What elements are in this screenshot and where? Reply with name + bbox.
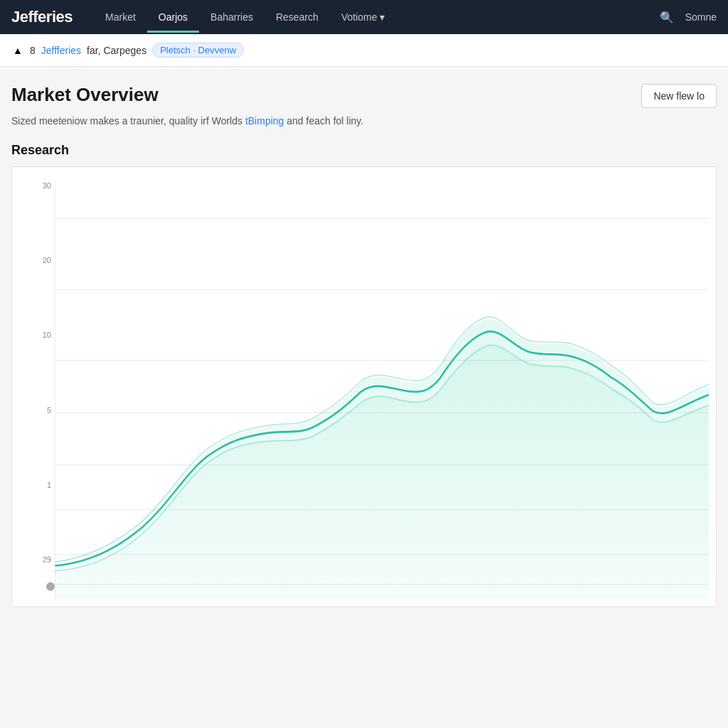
nav-items: Market Oarjos Baharries Research Votiome… [94, 1, 660, 33]
nav-item-oarjos[interactable]: Oarjos [147, 1, 199, 33]
breadcrumb-icon: ▲ [11, 44, 24, 57]
breadcrumb-text: far, Carpeges [87, 45, 146, 56]
nav-item-votiome[interactable]: Votiome ▾ [330, 1, 397, 33]
nav-item-baharries[interactable]: Baharries [199, 1, 264, 33]
new-button[interactable]: New flew lo [641, 84, 717, 108]
y-label-20: 20 [43, 256, 51, 264]
nav-right: 🔍 Somne [660, 11, 717, 24]
chart-svg [55, 181, 709, 599]
main-content: Market Overview New flew lo Sized meeten… [0, 67, 728, 607]
highlight-text: tBimping [245, 115, 284, 127]
y-label-5: 5 [47, 406, 51, 414]
breadcrumb-badge: Pletsch · Devvenw [152, 43, 244, 58]
page-title: Market Overview [11, 84, 159, 106]
user-label[interactable]: Somne [685, 11, 717, 23]
chart-dot-indicator [46, 582, 55, 591]
chevron-down-icon: ▾ [380, 11, 385, 23]
page-header: Market Overview New flew lo [11, 84, 717, 108]
nav-item-market[interactable]: Market [94, 1, 147, 33]
y-label-10: 10 [43, 331, 51, 339]
search-icon[interactable]: 🔍 [660, 11, 674, 24]
y-label-29: 29 [43, 555, 51, 564]
breadcrumb-link[interactable]: Jeffferies [41, 45, 81, 56]
breadcrumb: ▲ 8 Jeffferies far, Carpeges Pletsch · D… [0, 34, 728, 67]
y-label-1: 1 [47, 481, 51, 489]
brand-logo[interactable]: Jefferies [11, 8, 73, 26]
navbar: Jefferies Market Oarjos Baharries Resear… [0, 0, 728, 34]
page-description: Sized meeteniow makes a traunier, qualit… [11, 114, 717, 129]
y-label-30: 30 [43, 181, 51, 190]
chart-y-axis: 30 20 10 5 1 29 [19, 181, 51, 564]
breadcrumb-count: 8 [30, 45, 36, 56]
chart-container: 30 20 10 5 1 29 [11, 166, 717, 607]
section-title: Research [11, 143, 717, 158]
nav-item-research[interactable]: Research [264, 1, 330, 33]
